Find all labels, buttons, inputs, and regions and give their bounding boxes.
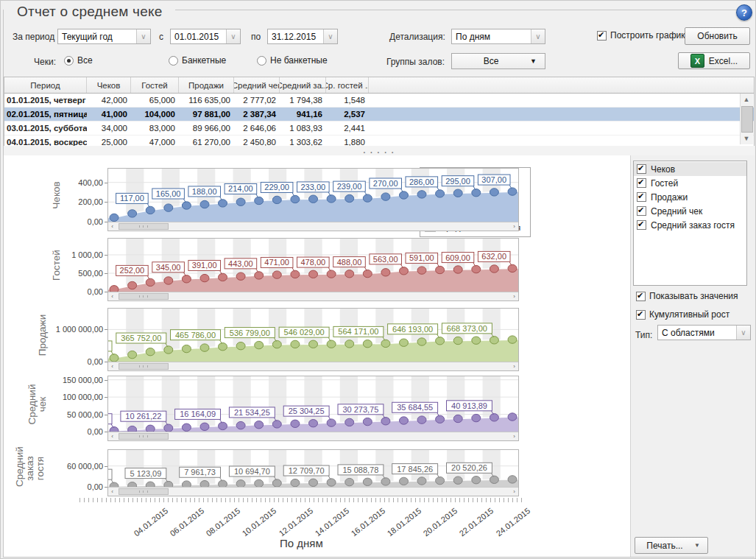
- chart-horizontal-scrollbar[interactable]: ‹›: [108, 432, 518, 440]
- scrollbar-thumb[interactable]: [119, 433, 169, 440]
- scroll-up-icon[interactable]: ▲: [741, 94, 752, 105]
- checkbox-icon[interactable]: [637, 220, 646, 230]
- chart-plot-3: 116 635,00365 752,00465 786,00536 799,00…: [107, 308, 519, 371]
- cell-value: 2 387,34: [234, 108, 280, 121]
- checkbox-icon[interactable]: [636, 310, 646, 320]
- dropdown-arrow-icon: ▼: [530, 57, 545, 65]
- svg-text:17 845,26: 17 845,26: [397, 465, 433, 474]
- series-list-item[interactable]: Средний заказ гостя: [634, 218, 746, 232]
- column-header-2[interactable]: Чеков: [87, 77, 131, 93]
- radio-icon[interactable]: [64, 56, 74, 66]
- cumulative-checkbox[interactable]: Кумулятивный рост: [636, 309, 729, 320]
- svg-text:20 520,26: 20 520,26: [451, 463, 487, 472]
- svg-text:546 029,00: 546 029,00: [284, 328, 325, 337]
- excel-button[interactable]: X Excel...: [678, 52, 750, 69]
- print-button[interactable]: Печать... ▼: [635, 537, 708, 554]
- column-header-6[interactable]: Средний за...: [280, 77, 326, 93]
- svg-text:286,00: 286,00: [409, 177, 434, 186]
- scrollbar-thumb[interactable]: [119, 223, 169, 230]
- scroll-right-icon[interactable]: ›: [510, 362, 518, 370]
- series-list-item[interactable]: Гостей: [634, 176, 746, 190]
- radio-icon[interactable]: [257, 56, 266, 66]
- type-select[interactable]: С областями ∨: [657, 325, 751, 340]
- column-header-7[interactable]: Ср. гостей ...: [326, 77, 369, 93]
- to-label: по: [251, 32, 261, 42]
- checks-radio-1[interactable]: Все: [64, 55, 93, 66]
- chevron-down-icon[interactable]: ∨: [736, 326, 750, 340]
- series-list-item[interactable]: Продажи: [634, 190, 746, 204]
- scroll-right-icon[interactable]: ›: [510, 292, 518, 300]
- scroll-right-icon[interactable]: ›: [510, 432, 518, 440]
- chart-horizontal-scrollbar[interactable]: ‹›: [108, 292, 518, 300]
- svg-text:25 304,25: 25 304,25: [289, 407, 325, 415]
- scroll-left-icon[interactable]: ‹: [108, 488, 116, 496]
- checkbox-icon[interactable]: [637, 206, 646, 216]
- checkbox-icon[interactable]: [637, 164, 646, 174]
- scroll-left-icon[interactable]: ‹: [108, 222, 116, 231]
- svg-text:15 088,78: 15 088,78: [342, 465, 378, 474]
- svg-text:365 752,00: 365 752,00: [121, 334, 161, 342]
- chevron-down-icon[interactable]: ∨: [226, 29, 240, 43]
- scrollbar-thumb[interactable]: [741, 106, 753, 133]
- chevron-down-icon[interactable]: ∨: [323, 29, 337, 43]
- svg-text:16 164,09: 16 164,09: [180, 409, 216, 418]
- build-chart-checkbox[interactable]: Построить график: [597, 30, 685, 41]
- date-to-input[interactable]: 31.12.2015 ∨: [267, 29, 338, 44]
- dropdown-arrow-icon: ▼: [694, 542, 707, 549]
- checks-label: Чеки:: [34, 57, 56, 67]
- checkbox-icon[interactable]: [637, 192, 646, 202]
- scroll-left-icon[interactable]: ‹: [108, 362, 116, 370]
- cell-value: 1,548: [326, 94, 369, 107]
- show-values-checkbox[interactable]: Показывать значения: [636, 291, 738, 301]
- checkbox-icon[interactable]: [636, 292, 646, 301]
- chevron-down-icon[interactable]: ∨: [531, 29, 545, 43]
- checks-radio-2[interactable]: Банкетные: [169, 55, 226, 66]
- cell-value: 1 083,93: [280, 122, 326, 135]
- chevron-down-icon[interactable]: ∨: [136, 29, 150, 43]
- x-axis-title: По дням: [280, 537, 323, 549]
- svg-text:646 193,00: 646 193,00: [392, 325, 433, 334]
- scrollbar-thumb[interactable]: [119, 363, 169, 370]
- detail-select[interactable]: По дням ∨: [451, 29, 545, 44]
- chart-horizontal-scrollbar[interactable]: ‹›: [108, 362, 518, 370]
- checkbox-icon[interactable]: [637, 178, 646, 188]
- scroll-right-icon[interactable]: ›: [510, 222, 518, 231]
- help-icon[interactable]: ?: [736, 4, 752, 21]
- scrollbar-thumb[interactable]: [119, 488, 169, 495]
- scroll-left-icon[interactable]: ‹: [108, 432, 116, 440]
- y-axis-title: Чеков: [40, 169, 73, 222]
- column-header-5[interactable]: Средний чек: [234, 77, 280, 93]
- table-row[interactable]: 02.01.2015, пятница41,000104,00097 881,0…: [4, 108, 754, 122]
- chart-horizontal-scrollbar[interactable]: ‹›: [108, 487, 518, 496]
- radio-icon[interactable]: [169, 56, 178, 66]
- scroll-left-icon[interactable]: ‹: [108, 292, 116, 300]
- scroll-down-icon[interactable]: ▼: [741, 133, 752, 144]
- scrollbar-thumb[interactable]: [119, 293, 169, 300]
- svg-text:295,00: 295,00: [445, 177, 470, 186]
- series-list-item[interactable]: Средний чек: [634, 204, 746, 218]
- area-chart-svg: 2 777,0210 261,2216 164,0921 534,2525 30…: [108, 376, 518, 432]
- svg-text:252,00: 252,00: [120, 266, 145, 275]
- chart-horizontal-scrollbar[interactable]: ‹›: [108, 222, 518, 231]
- radio-label: Не банкетные: [270, 55, 328, 66]
- column-header-1[interactable]: Период: [4, 77, 87, 93]
- splitter-handle[interactable]: . . . . .: [4, 146, 755, 156]
- refresh-button[interactable]: Обновить: [685, 27, 750, 45]
- hall-groups-select[interactable]: Все ▼: [451, 53, 545, 69]
- column-header-3[interactable]: Гостей: [131, 77, 179, 93]
- column-header-4[interactable]: Продажи: [179, 77, 234, 93]
- y-tick-label: 60 000,00: [46, 462, 103, 471]
- svg-text:563,00: 563,00: [373, 255, 398, 264]
- scroll-right-icon[interactable]: ›: [510, 488, 518, 496]
- report-table: ПериодЧековГостейПродажиСредний чекСредн…: [4, 77, 755, 146]
- table-row[interactable]: 03.01.2015, суббота34,00083,00089 966,00…: [4, 122, 754, 136]
- series-list-label: Продажи: [651, 192, 688, 203]
- checkbox-icon[interactable]: [597, 31, 607, 41]
- date-from-input[interactable]: 01.01.2015 ∨: [170, 29, 241, 44]
- period-select[interactable]: Текущий год ∨: [57, 29, 151, 44]
- series-list-item[interactable]: Чеков: [634, 162, 746, 176]
- table-row[interactable]: 01.01.2015, четверг42,00065,000116 635,0…: [4, 94, 754, 108]
- table-vertical-scrollbar[interactable]: ▲ ▼: [740, 94, 753, 144]
- groupbox-bottom-border: [3, 557, 755, 558]
- checks-radio-3[interactable]: Не банкетные: [257, 55, 328, 66]
